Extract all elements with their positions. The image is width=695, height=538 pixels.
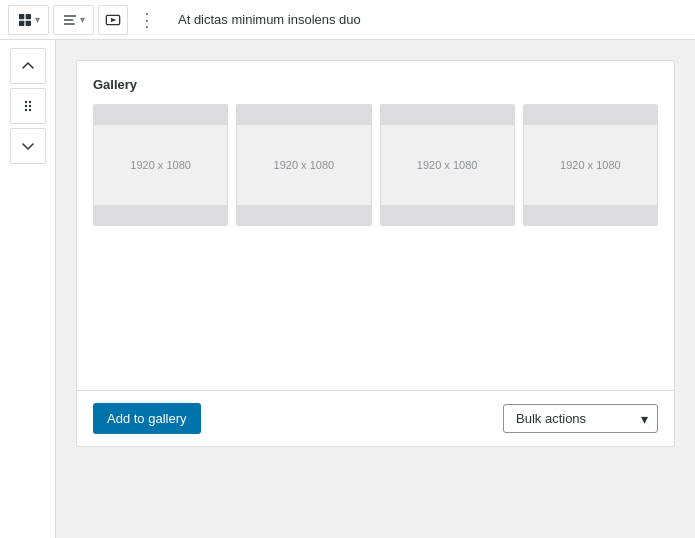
align-chevron: ▾	[80, 14, 85, 25]
drag-icon	[21, 99, 35, 113]
svg-point-13	[24, 109, 26, 111]
svg-rect-1	[26, 14, 31, 19]
layout: Gallery 1920 x 1080 1920 x 1080	[0, 40, 695, 538]
gallery-block: Gallery 1920 x 1080 1920 x 1080	[76, 60, 675, 447]
gallery-images: 1920 x 1080 1920 x 1080 1920 x 1080	[93, 104, 658, 226]
gallery-footer: Add to gallery Bulk actions Edit Delete	[77, 390, 674, 446]
gallery-image-4[interactable]: 1920 x 1080	[523, 104, 658, 226]
svg-point-11	[24, 105, 26, 107]
image-label-3: 1920 x 1080	[381, 125, 514, 205]
svg-rect-4	[64, 15, 76, 16]
bulk-actions-wrapper: Bulk actions Edit Delete	[503, 404, 658, 433]
more-options-button[interactable]: ⋮	[132, 5, 162, 35]
drag-handle-button[interactable]	[10, 88, 46, 124]
gallery-title: Gallery	[93, 77, 658, 92]
svg-rect-2	[19, 20, 24, 25]
image-bottom-bar-1	[94, 205, 227, 225]
image-top-bar-1	[94, 105, 227, 125]
align-button[interactable]: ▾	[53, 5, 94, 35]
image-top-bar-4	[524, 105, 657, 125]
gallery-empty-area	[93, 234, 658, 374]
svg-point-12	[28, 105, 30, 107]
image-label-2: 1920 x 1080	[237, 125, 370, 205]
image-bottom-bar-2	[237, 205, 370, 225]
image-bottom-bar-4	[524, 205, 657, 225]
svg-rect-5	[64, 19, 73, 20]
svg-rect-0	[19, 14, 24, 19]
block-type-button[interactable]: ▾	[8, 5, 49, 35]
svg-point-14	[28, 109, 30, 111]
image-bottom-bar-3	[381, 205, 514, 225]
sidebar	[0, 40, 56, 538]
svg-point-9	[24, 101, 26, 103]
chevron-down-icon	[21, 139, 35, 153]
gallery-image-1[interactable]: 1920 x 1080	[93, 104, 228, 226]
image-label-4: 1920 x 1080	[524, 125, 657, 205]
move-up-button[interactable]	[10, 48, 46, 84]
align-icon	[62, 12, 78, 28]
move-down-button[interactable]	[10, 128, 46, 164]
main-content: Gallery 1920 x 1080 1920 x 1080	[56, 40, 695, 538]
gallery-image-2[interactable]: 1920 x 1080	[236, 104, 371, 226]
svg-point-10	[28, 101, 30, 103]
media-button[interactable]	[98, 5, 128, 35]
bulk-actions-select[interactable]: Bulk actions Edit Delete	[503, 404, 658, 433]
add-to-gallery-button[interactable]: Add to gallery	[93, 403, 201, 434]
media-icon	[105, 12, 121, 28]
block-icon	[17, 12, 33, 28]
svg-marker-8	[111, 18, 116, 22]
svg-rect-6	[64, 23, 75, 24]
block-type-chevron: ▾	[35, 14, 40, 25]
page-title: At dictas minimum insolens duo	[178, 12, 361, 27]
chevron-up-icon	[21, 59, 35, 73]
gallery-block-inner: Gallery 1920 x 1080 1920 x 1080	[77, 61, 674, 390]
image-top-bar-3	[381, 105, 514, 125]
image-top-bar-2	[237, 105, 370, 125]
gallery-image-3[interactable]: 1920 x 1080	[380, 104, 515, 226]
svg-rect-3	[26, 20, 31, 25]
image-label-1: 1920 x 1080	[94, 125, 227, 205]
toolbar: ▾ ▾ ⋮ At dictas minimum insolens duo	[0, 0, 695, 40]
